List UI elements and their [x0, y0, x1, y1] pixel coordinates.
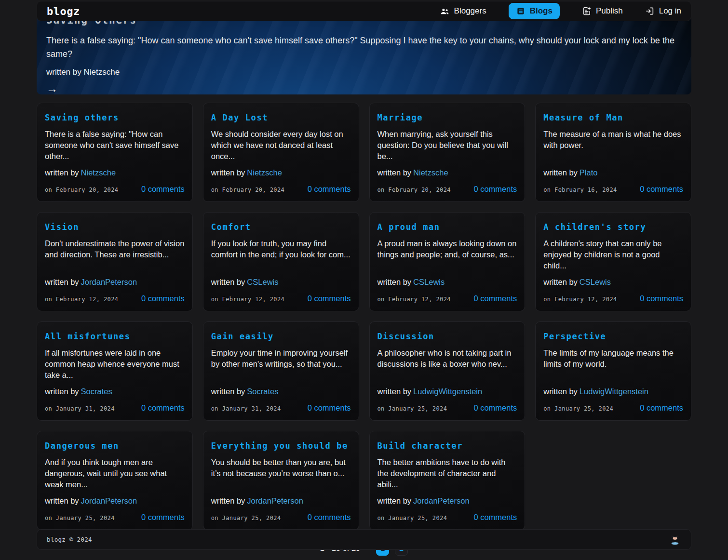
comments-link[interactable]: 0 comments — [141, 185, 185, 194]
written-by-label: written by — [211, 496, 245, 505]
blog-card-meta: on February 20, 2024 0 comments — [211, 185, 351, 194]
blog-card: A children's story A children's story th… — [535, 212, 691, 311]
written-by-label: written by — [211, 387, 245, 396]
blog-card-excerpt: When marrying, ask yourself this questio… — [377, 129, 517, 162]
blog-card-title[interactable]: Saving others — [45, 112, 185, 123]
written-by-label: written by — [377, 387, 412, 396]
author-link[interactable]: Nietzsche — [81, 168, 116, 177]
hero-byline: written by Nietzsche — [46, 67, 682, 77]
blog-card: Comfort If you look for truth, you may f… — [203, 212, 359, 311]
author-link[interactable]: LudwigWittgenstein — [413, 387, 482, 396]
blog-card-excerpt: And if you think tough men are dangerous… — [45, 457, 185, 490]
blog-card-byline: written byCSLewis — [211, 278, 351, 287]
nav-label: Log in — [659, 6, 681, 16]
login-icon — [645, 6, 655, 16]
comments-link[interactable]: 0 comments — [640, 294, 683, 303]
blog-card-title[interactable]: Perspective — [543, 331, 683, 342]
author-link[interactable]: CSLewis — [413, 278, 445, 286]
blog-card-title[interactable]: A proud man — [377, 222, 517, 232]
nav-item-bloggers[interactable]: Bloggers — [440, 6, 486, 16]
blog-card: Everything you should be You should be b… — [203, 431, 359, 530]
comments-link[interactable]: 0 comments — [141, 294, 185, 303]
blog-card-title[interactable]: Vision — [45, 222, 185, 232]
brand-logo[interactable]: blogz — [47, 5, 80, 17]
author-link[interactable]: JordanPeterson — [81, 278, 137, 286]
author-link[interactable]: LudwigWittgenstein — [580, 387, 648, 396]
blog-card-excerpt: If all misfortunes were laid in one comm… — [45, 347, 185, 381]
blog-card-excerpt: The better ambitions have to do with the… — [377, 457, 517, 490]
blog-card-byline: written byJordanPeterson — [211, 496, 351, 506]
author-link[interactable]: Plato — [580, 168, 598, 177]
comments-link[interactable]: 0 comments — [473, 294, 517, 303]
blog-card-meta: on February 12, 2024 0 comments — [211, 294, 351, 303]
blog-card: Perspective The limits of my language me… — [535, 321, 691, 421]
author-link[interactable]: JordanPeterson — [247, 496, 303, 505]
nav-label: Bloggers — [454, 6, 486, 16]
comments-link[interactable]: 0 comments — [473, 513, 517, 522]
blog-card-date: on February 12, 2024 — [45, 296, 119, 303]
blog-card: Saving others There is a false saying: "… — [37, 103, 193, 202]
author-link[interactable]: CSLewis — [247, 278, 278, 286]
comments-link[interactable]: 0 comments — [141, 513, 185, 522]
blog-card-byline: written bySocrates — [45, 387, 185, 396]
footer: blogz © 2024 — [37, 529, 691, 550]
nav-item-login[interactable]: Log in — [645, 6, 681, 16]
blog-card-meta: on January 25, 2024 0 comments — [377, 513, 517, 522]
blog-card-meta: on January 25, 2024 0 comments — [543, 403, 683, 413]
written-by-label: written by — [211, 278, 245, 286]
blog-card-meta: on January 31, 2024 0 comments — [211, 403, 351, 413]
hero-read-more-arrow-icon[interactable]: → — [46, 83, 59, 94]
page: Saving others There is a false saying: "… — [0, 0, 728, 560]
blog-card-title[interactable]: Build character — [377, 440, 517, 451]
nav-item-publish[interactable]: Publish — [582, 6, 623, 16]
blog-card-date: on January 25, 2024 — [377, 515, 447, 521]
blog-card-date: on February 16, 2024 — [543, 187, 617, 193]
blog-card-byline: written byNietzsche — [45, 168, 185, 177]
comments-link[interactable]: 0 comments — [640, 403, 683, 413]
blog-card-excerpt: We should consider every day lost on whi… — [211, 129, 351, 162]
blog-card-date: on January 25, 2024 — [543, 405, 613, 412]
blog-card-byline: written byJordanPeterson — [45, 278, 185, 287]
author-link[interactable]: JordanPeterson — [413, 496, 470, 505]
blog-card-title[interactable]: Discussion — [377, 331, 517, 342]
comments-link[interactable]: 0 comments — [308, 513, 351, 522]
author-link[interactable]: JordanPeterson — [81, 496, 137, 505]
blog-card-meta: on February 12, 2024 0 comments — [377, 294, 517, 303]
github-octocat-icon[interactable] — [669, 533, 681, 546]
blog-card-meta: on February 20, 2024 0 comments — [45, 185, 185, 194]
author-link[interactable]: CSLewis — [580, 278, 611, 286]
author-link[interactable]: Nietzsche — [413, 168, 448, 177]
blog-card-title[interactable]: Dangerous men — [45, 440, 185, 451]
hero-excerpt: There is a false saying: "How can someon… — [46, 34, 678, 61]
blog-card-title[interactable]: Gain easily — [211, 331, 351, 342]
blog-card-date: on January 25, 2024 — [45, 515, 115, 521]
blog-card-title[interactable]: A Day Lost — [211, 112, 351, 123]
nav-label: Blogs — [530, 6, 553, 16]
comments-link[interactable]: 0 comments — [308, 294, 351, 303]
blog-grid: Saving others There is a false saying: "… — [37, 103, 691, 530]
blog-card-title[interactable]: Comfort — [211, 222, 351, 232]
author-link[interactable]: Socrates — [81, 387, 112, 396]
blog-card-date: on January 31, 2024 — [211, 405, 281, 412]
blog-card-title[interactable]: Measure of Man — [543, 112, 683, 123]
blog-card-title[interactable]: A children's story — [543, 222, 683, 232]
blog-card: A proud man A proud man is always lookin… — [369, 212, 526, 311]
comments-link[interactable]: 0 comments — [473, 185, 517, 194]
blog-card-byline: written byCSLewis — [377, 278, 517, 287]
comments-link[interactable]: 0 comments — [473, 403, 517, 413]
written-by-label: written by — [45, 168, 79, 177]
nav-item-blogs[interactable]: Blogs — [509, 3, 560, 19]
comments-link[interactable]: 0 comments — [141, 403, 185, 413]
author-link[interactable]: Nietzsche — [247, 168, 282, 177]
blog-card-title[interactable]: All misfortunes — [45, 331, 185, 342]
written-by-label: written by — [543, 168, 578, 177]
written-by-label: written by — [377, 168, 412, 177]
author-link[interactable]: Socrates — [247, 387, 278, 396]
comments-link[interactable]: 0 comments — [308, 185, 351, 194]
blog-card-title[interactable]: Marriage — [377, 112, 517, 123]
blog-card-title[interactable]: Everything you should be — [211, 440, 351, 451]
comments-link[interactable]: 0 comments — [308, 403, 351, 413]
comments-link[interactable]: 0 comments — [640, 185, 683, 194]
blog-card-byline: written byPlato — [543, 168, 683, 177]
blog-card-excerpt: Employ your time in improving yourself b… — [211, 347, 351, 370]
